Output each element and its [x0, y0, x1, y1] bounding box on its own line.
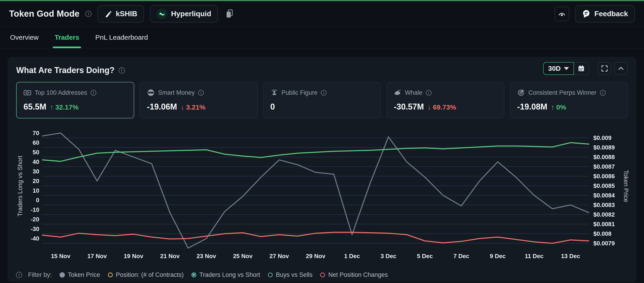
legend-marker-buys-vs-sells: [268, 272, 273, 277]
stat-card-value: -19.08M: [517, 102, 547, 112]
stat-card-value: 65.5M: [24, 102, 46, 112]
legend-label: Buys vs Sells: [276, 271, 313, 278]
stat-card-label: Consistent Perps Winner: [528, 89, 596, 96]
stat-card-top-100-addresses[interactable]: Top 100 Addresses 65.5M ↑ 32.17%: [16, 82, 134, 118]
page-title: Token God Mode: [9, 9, 80, 19]
tab-bar: Overview Traders PnL Leaderboard: [0, 27, 644, 48]
sunglasses-icon: [147, 89, 155, 96]
token-selector-button[interactable]: kSHIB: [98, 5, 144, 22]
stat-card-change: ↓ 3.21%: [181, 104, 206, 111]
legend-marker-position: [108, 272, 113, 277]
date-range-dropdown[interactable]: 30D: [543, 62, 574, 75]
chevron-up-icon: [617, 64, 625, 72]
tab-traders[interactable]: Traders: [54, 27, 80, 48]
feedback-label: Feedback: [594, 10, 628, 18]
info-icon[interactable]: [119, 67, 125, 74]
pencil-icon: [104, 10, 112, 18]
info-icon[interactable]: [321, 90, 326, 96]
chart-plot-area[interactable]: [42, 128, 589, 249]
tab-pnl-leaderboard[interactable]: PnL Leaderboard: [94, 27, 149, 48]
trader-category-cards: Top 100 Addresses 65.5M ↑ 32.17% Smart M…: [16, 82, 628, 118]
whale-icon: [394, 89, 402, 96]
chain-badge-label: Hyperliquid: [171, 10, 211, 18]
watch-eye-icon: [557, 9, 567, 18]
legend-item-buys-vs-sells[interactable]: Buys vs Sells: [268, 271, 313, 278]
info-icon[interactable]: [600, 90, 606, 96]
copy-icon: [225, 9, 234, 19]
section-title: What Are Traders Doing?: [16, 66, 114, 75]
stat-card-public-figure[interactable]: Public Figure 0: [263, 82, 381, 118]
stat-card-label: Smart Money: [158, 89, 195, 96]
stat-card-change: ↓ 69.73%: [428, 104, 456, 111]
chevron-down-icon: [564, 67, 569, 70]
legend-marker-traders-long-vs-short: [192, 272, 196, 277]
fullscreen-button[interactable]: [598, 62, 611, 75]
legend-label: Token Price: [68, 271, 100, 278]
left-axis-title: Traders Long vs Short: [17, 154, 24, 218]
hyperliquid-logo-icon: [157, 9, 167, 19]
stat-card-value: -30.57M: [394, 102, 424, 112]
stat-card-whale[interactable]: Whale -30.57M ↓ 69.73%: [386, 82, 504, 118]
app-header: Token God Mode kSHIB Hyperliquid: [0, 1, 644, 27]
legend-label: Traders Long vs Short: [200, 271, 260, 278]
info-icon[interactable]: [426, 90, 432, 96]
date-range-value: 30D: [548, 64, 561, 72]
legend-marker-token-price: [60, 272, 65, 278]
info-icon[interactable]: [90, 90, 96, 96]
chain-selector-button[interactable]: Hyperliquid: [150, 5, 218, 22]
right-axis-title: Token Price: [622, 168, 630, 204]
legend-item-token-price[interactable]: Token Price: [60, 271, 100, 278]
legend-marker-net-position-changes: [320, 272, 325, 277]
stat-card-consistent-perps-winner[interactable]: Consistent Perps Winner -19.08M ↑ 0%: [510, 82, 628, 118]
copy-address-button[interactable]: [224, 5, 236, 22]
legend-item-net-position-changes[interactable]: Net Position Changes: [320, 271, 388, 278]
stat-card-change: ↑ 32.17%: [50, 104, 78, 111]
token-god-mode-page: Token God Mode kSHIB Hyperliquid: [0, 0, 644, 283]
stat-card-value: 0: [270, 102, 275, 112]
chat-bubble-icon: [582, 9, 590, 18]
calendar-icon: [578, 65, 585, 72]
tab-overview[interactable]: Overview: [9, 27, 40, 48]
target-icon: [517, 89, 525, 96]
stat-card-label: Top 100 Addresses: [35, 89, 87, 96]
stat-card-change: ↑ 0%: [551, 104, 566, 111]
stat-card-value: -19.06M: [147, 102, 177, 112]
calendar-button[interactable]: [574, 62, 589, 75]
info-icon[interactable]: [85, 11, 92, 17]
stat-card-smart-money[interactable]: Smart Money -19.06M ↓ 3.21%: [140, 82, 258, 118]
legend-item-traders-long-vs-short[interactable]: Traders Long vs Short: [192, 271, 260, 278]
fullscreen-icon: [601, 64, 608, 72]
public-figure-icon: [270, 89, 278, 96]
watchlist-button[interactable]: [554, 6, 569, 21]
legend-item-position-contracts[interactable]: Position: (# of Contracts): [108, 271, 184, 278]
stat-card-label: Whale: [405, 89, 422, 96]
legend-prefix: Filter by:: [28, 271, 52, 278]
token-badge-label: kSHIB: [116, 10, 137, 18]
stat-card-label: Public Figure: [282, 89, 318, 96]
info-icon[interactable]: [198, 90, 204, 96]
legend-label: Net Position Changes: [328, 271, 388, 278]
chart-filter-legend: Filter by: Token Price Position: (# of C…: [16, 270, 388, 280]
info-icon[interactable]: [16, 272, 22, 278]
legend-label: Position: (# of Contracts): [116, 271, 184, 278]
collapse-panel-button[interactable]: [614, 62, 628, 75]
banknote-icon: [24, 89, 31, 96]
chart-controls: 30D: [543, 62, 628, 75]
feedback-button[interactable]: Feedback: [575, 5, 635, 22]
